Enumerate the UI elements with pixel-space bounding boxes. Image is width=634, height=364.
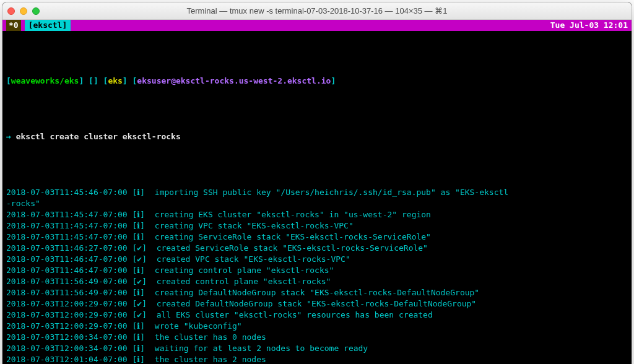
bracket: [ [132,343,137,354]
bracket: [ [132,321,137,332]
bracket: ] [140,354,145,364]
bracket: ] [140,321,145,332]
log-timestamp: 2018-07-03T12:00:29-07:00 [6,298,128,310]
log-timestamp: 2018-07-03T12:00:29-07:00 [6,310,128,321]
log-line: 2018-07-03T12:00:29-07:00 [ℹ] wrote "kub… [6,321,628,332]
log-message: creating ServiceRole stack "EKS-eksctl-r… [155,232,431,243]
log-message: created ServiceRole stack "EKS-eksctl-ro… [157,243,428,254]
window-title: Terminal — tmux new -s terminal-07-03-20… [2,6,632,15]
bracket: [ [132,187,137,198]
log-message: created DefaultNodeGroup stack "EKS-eksc… [157,298,477,310]
log-timestamp: 2018-07-03T11:46:27-07:00 [6,243,128,254]
log-timestamp: 2018-07-03T11:56:49-07:00 [6,287,128,298]
log-message: creating DefaultNodeGroup stack "EKS-eks… [155,287,479,298]
log-line: -rocks" [6,198,628,209]
log-message: the cluster has 2 nodes [155,354,266,364]
log-line: 2018-07-03T11:45:47-07:00 [ℹ] creating E… [6,209,628,220]
log-timestamp: 2018-07-03T11:45:47-07:00 [6,220,128,232]
bracket: [ [132,254,137,265]
bracket: [ [132,287,137,298]
bracket: [ [132,243,137,254]
log-message: the cluster has 0 nodes [155,332,266,343]
bracket: [ [132,209,137,220]
log-line: 2018-07-03T12:00:29-07:00 [✔] created De… [6,298,628,310]
log-timestamp: 2018-07-03T11:45:46-07:00 [6,187,128,198]
check-icon: ✔ [137,276,142,287]
log-timestamp: 2018-07-03T12:00:34-07:00 [6,332,128,343]
tmux-clock: Tue Jul-03 12:01 [550,20,628,31]
bracket: [ [132,354,137,364]
bracket: ] [140,343,145,354]
log-line: 2018-07-03T11:45:47-07:00 [ℹ] creating V… [6,220,628,232]
tmux-statusbar: *0 [eksctl] Tue Jul-03 12:01 [2,20,632,31]
bracket: ] [140,332,145,343]
check-icon: ✔ [137,310,142,321]
log-line: 2018-07-03T11:46:47-07:00 [✔] created VP… [6,254,628,265]
log-line: 2018-07-03T11:46:47-07:00 [ℹ] creating c… [6,265,628,276]
check-icon: ✔ [137,243,142,254]
log-line: 2018-07-03T11:46:27-07:00 [✔] created Se… [6,243,628,254]
log-line: 2018-07-03T11:45:46-07:00 [ℹ] importing … [6,187,628,198]
bracket: ] [123,76,128,85]
maximize-icon[interactable] [32,7,40,15]
terminal-window: Terminal — tmux new -s terminal-07-03-20… [2,2,632,364]
minimize-icon[interactable] [20,7,27,15]
bracket: ] [140,287,145,298]
bracket: [ [128,76,137,85]
close-icon[interactable] [7,7,15,15]
bracket: ] [140,209,145,220]
bracket: ] [142,298,147,310]
bracket: [ [132,220,137,232]
traffic-lights [7,7,40,15]
bracket: [ [132,332,137,343]
command-text: eksctl create cluster eksctl-rocks [16,132,181,141]
tmux-window-index: *0 [6,20,21,31]
prompt-arrow-icon: → [6,132,16,141]
log-timestamp: 2018-07-03T11:46:47-07:00 [6,254,128,265]
log-message: created control plane "eksctl-rocks" [157,276,331,287]
bracket: ] [140,265,145,276]
bracket: [ [132,310,137,321]
prompt-branch-empty: [] [84,76,103,85]
log-line: 2018-07-03T12:00:29-07:00 [✔] all EKS cl… [6,310,628,321]
bracket: [ [6,76,11,85]
titlebar: Terminal — tmux new -s terminal-07-03-20… [2,2,632,20]
log-message: creating VPC stack "EKS-eksctl-rocks-VPC… [155,220,354,232]
log-message: waiting for at least 2 nodes to become r… [155,343,368,354]
log-line: 2018-07-03T11:56:49-07:00 [✔] created co… [6,276,628,287]
log-timestamp: 2018-07-03T12:00:29-07:00 [6,321,128,332]
log-line: 2018-07-03T12:01:04-07:00 [ℹ] the cluste… [6,354,628,364]
check-icon: ✔ [137,254,142,265]
log-message: -rocks" [6,198,40,209]
bracket: [ [132,298,137,310]
terminal-viewport[interactable]: [weaveworks/eks] [] [eks] [eksuser@eksct… [2,31,632,364]
prompt-k8s-context: eks [108,76,122,85]
bracket: ] [142,254,147,265]
bracket: ] [140,220,145,232]
log-timestamp: 2018-07-03T12:00:34-07:00 [6,343,128,354]
prompt-repo: weaveworks/eks [11,76,79,85]
log-timestamp: 2018-07-03T11:46:47-07:00 [6,265,128,276]
log-message: creating EKS cluster "eksctl-rocks" in "… [155,209,431,220]
bracket: ] [142,310,147,321]
log-message: importing SSH public key "/Users/heichri… [155,187,508,198]
tmux-window-name: [eksctl] [25,20,71,31]
log-message: created VPC stack "EKS-eksctl-rocks-VPC" [157,254,350,265]
log-line: 2018-07-03T12:00:34-07:00 [ℹ] the cluste… [6,332,628,343]
bracket: ] [142,276,147,287]
log-output: 2018-07-03T11:45:46-07:00 [ℹ] importing … [6,187,628,364]
log-message: creating control plane "eksctl-rocks" [155,265,334,276]
command-line: → eksctl create cluster eksctl-rocks [6,131,628,142]
bracket: ] [140,187,145,198]
bracket: [ [132,276,137,287]
log-line: 2018-07-03T11:45:47-07:00 [ℹ] creating S… [6,232,628,243]
log-message: all EKS cluster "eksctl-rocks" resources… [157,310,433,321]
log-line: 2018-07-03T11:56:49-07:00 [ℹ] creating D… [6,287,628,298]
bracket: ] [142,243,147,254]
bracket: [ [132,232,137,243]
bracket: [ [132,265,137,276]
check-icon: ✔ [137,298,142,310]
log-message: wrote "kubeconfig" [155,321,242,332]
bracket: ] [140,232,145,243]
log-timestamp: 2018-07-03T11:45:47-07:00 [6,232,128,243]
